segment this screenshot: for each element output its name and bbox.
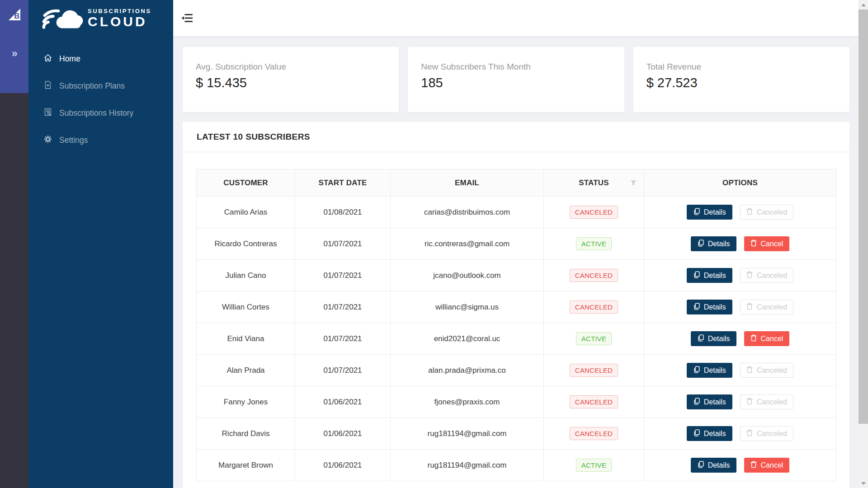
cancel-button-label: Canceled xyxy=(757,272,788,280)
status-badge: CANCELED xyxy=(570,269,618,282)
app-logo[interactable]: SUBSCRIPTIONS CLOUD xyxy=(28,0,173,31)
collapse-sidebar-button[interactable] xyxy=(180,13,194,24)
canceled-button: Canceled xyxy=(740,300,794,314)
stat-value: $ 27.523 xyxy=(646,75,849,90)
subscribers-table: CUSTOMER START DATE EMAIL STATUS xyxy=(196,169,836,481)
options-cell: Details Cancel xyxy=(644,323,836,355)
sidebar-item-home[interactable]: Home xyxy=(28,45,173,72)
table-row: Julian Cano 01/07/2021 jcano@outlook.com… xyxy=(197,260,836,291)
trash-icon xyxy=(746,429,753,438)
subscribers-table-wrap: CUSTOMER START DATE EMAIL STATUS xyxy=(183,152,849,481)
pages-icon xyxy=(693,303,700,312)
mini-rail: B » xyxy=(0,0,28,488)
details-button[interactable]: Details xyxy=(687,363,732,378)
details-button-label: Details xyxy=(708,335,730,343)
options-cell: Details Canceled xyxy=(644,197,836,228)
gear-icon xyxy=(43,135,52,146)
sidebar-item-label: Home xyxy=(59,54,80,64)
details-button[interactable]: Details xyxy=(687,268,732,283)
details-button-label: Details xyxy=(704,430,726,438)
details-button[interactable]: Details xyxy=(687,426,732,441)
start-date-cell: 01/07/2021 xyxy=(295,323,391,355)
trash-icon xyxy=(746,303,753,312)
email-cell: ric.contreras@gmail.com xyxy=(391,228,544,260)
cancel-button[interactable]: Cancel xyxy=(744,236,790,251)
details-button-label: Details xyxy=(704,398,726,406)
sidebar-item-settings[interactable]: Settings xyxy=(28,127,173,154)
status-cell: CANCELED xyxy=(544,260,644,291)
table-row: Enid Viana 01/07/2021 enid2021@coral.uc … xyxy=(197,323,836,355)
scrollbar-up-arrow-icon[interactable] xyxy=(859,0,868,9)
table-row: Ricardo Contreras 01/07/2021 ric.contrer… xyxy=(197,228,836,260)
details-button[interactable]: Details xyxy=(687,205,732,220)
column-header-email: EMAIL xyxy=(391,169,544,197)
options-cell: Details Canceled xyxy=(644,418,836,450)
pages-icon xyxy=(697,461,704,470)
pages-icon xyxy=(697,334,704,343)
sidebar-item-label: Settings xyxy=(59,136,88,145)
sidebar-item-subscriptions-history[interactable]: Subscriptions History xyxy=(28,99,173,127)
details-button[interactable]: Details xyxy=(687,300,732,314)
pages-icon xyxy=(693,271,700,280)
bigcommerce-logo-icon[interactable]: B xyxy=(7,7,22,24)
status-badge: CANCELED xyxy=(570,395,618,408)
sidebar-item-label: Subscription Plans xyxy=(59,81,125,91)
email-cell: jcano@outlook.com xyxy=(391,260,544,291)
customer-cell: Enid Viana xyxy=(197,323,295,355)
topbar xyxy=(173,0,859,36)
cancel-button-label: Cancel xyxy=(761,240,783,248)
status-badge: CANCELED xyxy=(570,206,618,219)
column-header-options: OPTIONS xyxy=(644,169,836,197)
scrollbar-thumb[interactable] xyxy=(859,9,868,424)
trash-icon xyxy=(746,366,753,375)
stat-label: Total Revenue xyxy=(646,62,849,72)
start-date-cell: 01/08/2021 xyxy=(295,197,391,228)
status-cell: CANCELED xyxy=(544,197,644,228)
options-cell: Details Canceled xyxy=(644,386,836,418)
svg-text:B: B xyxy=(14,12,19,20)
table-row: Willian Cortes 01/07/2021 willianc@sigma… xyxy=(197,291,836,323)
details-button[interactable]: Details xyxy=(691,331,736,346)
start-date-cell: 01/06/2021 xyxy=(295,450,391,481)
sidebar-item-subscription-plans[interactable]: Subscription Plans xyxy=(28,72,173,99)
pages-icon xyxy=(693,208,700,217)
stat-card-new-subscribers: New Subscribers This Month 185 xyxy=(408,47,624,112)
details-button[interactable]: Details xyxy=(691,458,736,473)
details-button-label: Details xyxy=(704,208,726,216)
status-badge: ACTIVE xyxy=(576,332,612,345)
details-button-label: Details xyxy=(708,461,730,469)
column-header-status: STATUS xyxy=(544,169,644,197)
sidebar-item-label: Subscriptions History xyxy=(59,108,133,118)
stat-card-avg-subscription-value: Avg. Subscription Value $ 15.435 xyxy=(183,47,399,112)
scrollbar-down-arrow-icon[interactable] xyxy=(859,479,868,488)
expand-rail-chevron-icon[interactable]: » xyxy=(12,47,17,60)
details-button[interactable]: Details xyxy=(691,236,736,251)
start-date-cell: 01/07/2021 xyxy=(295,355,391,386)
trash-icon xyxy=(750,239,757,249)
stat-label: Avg. Subscription Value xyxy=(196,62,399,72)
email-cell: willianc@sigma.us xyxy=(391,291,544,323)
vertical-scrollbar[interactable] xyxy=(859,0,868,488)
start-date-cell: 01/06/2021 xyxy=(295,418,391,450)
cancel-button-label: Canceled xyxy=(757,430,788,438)
cancel-button[interactable]: Cancel xyxy=(744,331,790,346)
brand-line2: CLOUD xyxy=(88,14,151,29)
home-icon xyxy=(43,53,52,65)
details-button-label: Details xyxy=(704,303,726,311)
status-badge: CANCELED xyxy=(570,300,618,314)
status-cell: ACTIVE xyxy=(544,323,644,355)
canceled-button: Canceled xyxy=(740,426,794,441)
trash-icon xyxy=(750,461,757,470)
cancel-button[interactable]: Cancel xyxy=(744,458,790,473)
table-header-row: CUSTOMER START DATE EMAIL STATUS xyxy=(197,169,836,197)
table-row: Camilo Arias 01/08/2021 carias@distribui… xyxy=(197,197,836,228)
details-button-label: Details xyxy=(704,272,726,280)
customer-cell: Julian Cano xyxy=(197,260,295,291)
status-filter-icon[interactable] xyxy=(630,180,637,186)
status-badge: ACTIVE xyxy=(576,459,612,472)
options-cell: Details Canceled xyxy=(644,291,836,323)
details-button[interactable]: Details xyxy=(687,394,732,409)
cancel-button-label: Cancel xyxy=(761,335,783,343)
status-cell: ACTIVE xyxy=(544,228,644,260)
stat-card-total-revenue: Total Revenue $ 27.523 xyxy=(633,47,849,112)
